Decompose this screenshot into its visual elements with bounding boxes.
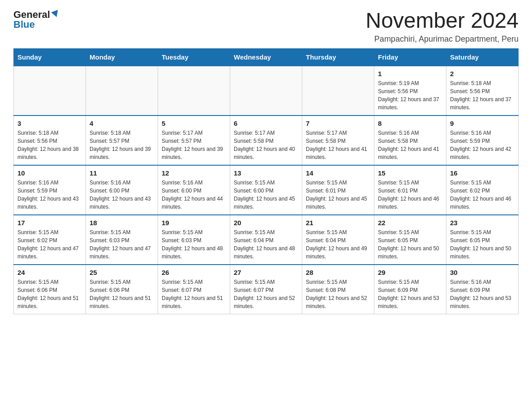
day-number: 23 bbox=[450, 219, 515, 227]
day-info: Sunrise: 5:16 AMSunset: 6:00 PMDaylight:… bbox=[162, 179, 226, 211]
calendar-cell: 16Sunrise: 5:15 AMSunset: 6:02 PMDayligh… bbox=[446, 165, 519, 215]
day-number: 28 bbox=[306, 269, 370, 276]
day-number: 12 bbox=[162, 169, 226, 177]
day-info: Sunrise: 5:19 AMSunset: 5:56 PMDaylight:… bbox=[378, 79, 442, 111]
logo-blue-text: Blue bbox=[13, 19, 35, 30]
calendar-subtitle: Pampachiri, Apurimac Department, Peru bbox=[365, 34, 519, 44]
day-info: Sunrise: 5:15 AMSunset: 6:07 PMDaylight:… bbox=[162, 278, 226, 310]
day-info: Sunrise: 5:15 AMSunset: 6:02 PMDaylight:… bbox=[450, 179, 515, 211]
logo-arrow-icon bbox=[51, 9, 61, 19]
calendar-cell: 21Sunrise: 5:15 AMSunset: 6:04 PMDayligh… bbox=[302, 215, 374, 265]
calendar-cell: 3Sunrise: 5:18 AMSunset: 5:56 PMDaylight… bbox=[14, 116, 86, 165]
day-info: Sunrise: 5:16 AMSunset: 5:59 PMDaylight:… bbox=[17, 179, 82, 211]
calendar-week-row: 1Sunrise: 5:19 AMSunset: 5:56 PMDaylight… bbox=[14, 66, 519, 116]
day-number: 10 bbox=[17, 169, 82, 177]
weekday-header-wednesday: Wednesday bbox=[230, 48, 302, 66]
title-block: November 2024 Pampachiri, Apurimac Depar… bbox=[365, 9, 519, 44]
day-info: Sunrise: 5:15 AMSunset: 6:01 PMDaylight:… bbox=[306, 179, 370, 211]
calendar-cell bbox=[86, 66, 158, 116]
calendar-week-row: 3Sunrise: 5:18 AMSunset: 5:56 PMDaylight… bbox=[14, 116, 519, 165]
calendar-cell: 20Sunrise: 5:15 AMSunset: 6:04 PMDayligh… bbox=[230, 215, 302, 265]
calendar-cell: 19Sunrise: 5:15 AMSunset: 6:03 PMDayligh… bbox=[158, 215, 230, 265]
calendar-cell bbox=[230, 66, 302, 116]
day-info: Sunrise: 5:17 AMSunset: 5:57 PMDaylight:… bbox=[162, 129, 226, 161]
weekday-header-monday: Monday bbox=[86, 48, 158, 66]
day-number: 2 bbox=[450, 70, 515, 77]
day-info: Sunrise: 5:15 AMSunset: 6:03 PMDaylight:… bbox=[162, 228, 226, 261]
calendar-cell: 24Sunrise: 5:15 AMSunset: 6:06 PMDayligh… bbox=[14, 265, 86, 314]
calendar-cell: 14Sunrise: 5:15 AMSunset: 6:01 PMDayligh… bbox=[302, 165, 374, 215]
calendar-cell: 26Sunrise: 5:15 AMSunset: 6:07 PMDayligh… bbox=[158, 265, 230, 314]
day-info: Sunrise: 5:15 AMSunset: 6:06 PMDaylight:… bbox=[17, 278, 82, 310]
calendar-cell: 29Sunrise: 5:15 AMSunset: 6:09 PMDayligh… bbox=[374, 265, 446, 314]
day-number: 5 bbox=[162, 120, 226, 127]
day-number: 22 bbox=[378, 219, 442, 227]
calendar-cell: 30Sunrise: 5:16 AMSunset: 6:09 PMDayligh… bbox=[446, 265, 519, 314]
calendar-week-row: 24Sunrise: 5:15 AMSunset: 6:06 PMDayligh… bbox=[14, 265, 519, 314]
calendar-cell: 9Sunrise: 5:16 AMSunset: 5:59 PMDaylight… bbox=[446, 116, 519, 165]
calendar-cell: 10Sunrise: 5:16 AMSunset: 5:59 PMDayligh… bbox=[14, 165, 86, 215]
day-number: 9 bbox=[450, 120, 515, 127]
day-number: 11 bbox=[90, 169, 154, 177]
weekday-header-row: SundayMondayTuesdayWednesdayThursdayFrid… bbox=[14, 48, 519, 66]
day-info: Sunrise: 5:16 AMSunset: 6:09 PMDaylight:… bbox=[450, 278, 515, 310]
calendar-cell: 4Sunrise: 5:18 AMSunset: 5:57 PMDaylight… bbox=[86, 116, 158, 165]
day-info: Sunrise: 5:18 AMSunset: 5:57 PMDaylight:… bbox=[90, 129, 154, 161]
calendar-cell: 25Sunrise: 5:15 AMSunset: 6:06 PMDayligh… bbox=[86, 265, 158, 314]
calendar-cell: 7Sunrise: 5:17 AMSunset: 5:58 PMDaylight… bbox=[302, 116, 374, 165]
day-info: Sunrise: 5:15 AMSunset: 6:01 PMDaylight:… bbox=[378, 179, 442, 211]
day-info: Sunrise: 5:15 AMSunset: 6:09 PMDaylight:… bbox=[378, 278, 442, 310]
calendar-cell bbox=[14, 66, 86, 116]
day-number: 7 bbox=[306, 120, 370, 127]
day-number: 19 bbox=[162, 219, 226, 227]
day-number: 16 bbox=[450, 169, 515, 177]
day-number: 1 bbox=[378, 70, 442, 77]
calendar-cell: 17Sunrise: 5:15 AMSunset: 6:02 PMDayligh… bbox=[14, 215, 86, 265]
day-info: Sunrise: 5:15 AMSunset: 6:04 PMDaylight:… bbox=[234, 228, 298, 261]
day-number: 15 bbox=[378, 169, 442, 177]
calendar-cell: 5Sunrise: 5:17 AMSunset: 5:57 PMDaylight… bbox=[158, 116, 230, 165]
day-number: 25 bbox=[90, 269, 154, 276]
calendar-cell: 23Sunrise: 5:15 AMSunset: 6:05 PMDayligh… bbox=[446, 215, 519, 265]
day-info: Sunrise: 5:17 AMSunset: 5:58 PMDaylight:… bbox=[306, 129, 370, 161]
calendar-cell: 28Sunrise: 5:15 AMSunset: 6:08 PMDayligh… bbox=[302, 265, 374, 314]
calendar-cell: 18Sunrise: 5:15 AMSunset: 6:03 PMDayligh… bbox=[86, 215, 158, 265]
day-number: 26 bbox=[162, 269, 226, 276]
day-number: 29 bbox=[378, 269, 442, 276]
calendar-cell: 22Sunrise: 5:15 AMSunset: 6:05 PMDayligh… bbox=[374, 215, 446, 265]
day-info: Sunrise: 5:16 AMSunset: 5:59 PMDaylight:… bbox=[450, 129, 515, 161]
calendar-cell: 12Sunrise: 5:16 AMSunset: 6:00 PMDayligh… bbox=[158, 165, 230, 215]
calendar-cell: 13Sunrise: 5:15 AMSunset: 6:00 PMDayligh… bbox=[230, 165, 302, 215]
calendar-cell: 11Sunrise: 5:16 AMSunset: 6:00 PMDayligh… bbox=[86, 165, 158, 215]
day-info: Sunrise: 5:18 AMSunset: 5:56 PMDaylight:… bbox=[17, 129, 82, 161]
weekday-header-thursday: Thursday bbox=[302, 48, 374, 66]
day-info: Sunrise: 5:15 AMSunset: 6:08 PMDaylight:… bbox=[306, 278, 370, 310]
day-number: 13 bbox=[234, 169, 298, 177]
day-info: Sunrise: 5:17 AMSunset: 5:58 PMDaylight:… bbox=[234, 129, 298, 161]
day-info: Sunrise: 5:16 AMSunset: 6:00 PMDaylight:… bbox=[90, 179, 154, 211]
calendar-week-row: 10Sunrise: 5:16 AMSunset: 5:59 PMDayligh… bbox=[14, 165, 519, 215]
day-number: 24 bbox=[17, 269, 82, 276]
day-info: Sunrise: 5:15 AMSunset: 6:03 PMDaylight:… bbox=[90, 228, 154, 261]
calendar-cell: 27Sunrise: 5:15 AMSunset: 6:07 PMDayligh… bbox=[230, 265, 302, 314]
day-number: 17 bbox=[17, 219, 82, 227]
day-number: 3 bbox=[17, 120, 82, 127]
day-info: Sunrise: 5:15 AMSunset: 6:00 PMDaylight:… bbox=[234, 179, 298, 211]
weekday-header-saturday: Saturday bbox=[446, 48, 519, 66]
day-info: Sunrise: 5:15 AMSunset: 6:04 PMDaylight:… bbox=[306, 228, 370, 261]
day-info: Sunrise: 5:15 AMSunset: 6:06 PMDaylight:… bbox=[90, 278, 154, 310]
day-number: 6 bbox=[234, 120, 298, 127]
calendar-body: 1Sunrise: 5:19 AMSunset: 5:56 PMDaylight… bbox=[14, 66, 519, 314]
logo: General Blue bbox=[13, 9, 61, 30]
day-info: Sunrise: 5:15 AMSunset: 6:02 PMDaylight:… bbox=[17, 228, 82, 261]
day-info: Sunrise: 5:15 AMSunset: 6:05 PMDaylight:… bbox=[450, 228, 515, 261]
day-number: 4 bbox=[90, 120, 154, 127]
calendar-cell bbox=[158, 66, 230, 116]
calendar-cell: 1Sunrise: 5:19 AMSunset: 5:56 PMDaylight… bbox=[374, 66, 446, 116]
weekday-header-friday: Friday bbox=[374, 48, 446, 66]
day-number: 14 bbox=[306, 169, 370, 177]
calendar-cell bbox=[302, 66, 374, 116]
day-number: 20 bbox=[234, 219, 298, 227]
calendar-cell: 2Sunrise: 5:18 AMSunset: 5:56 PMDaylight… bbox=[446, 66, 519, 116]
svg-marker-0 bbox=[51, 10, 60, 18]
